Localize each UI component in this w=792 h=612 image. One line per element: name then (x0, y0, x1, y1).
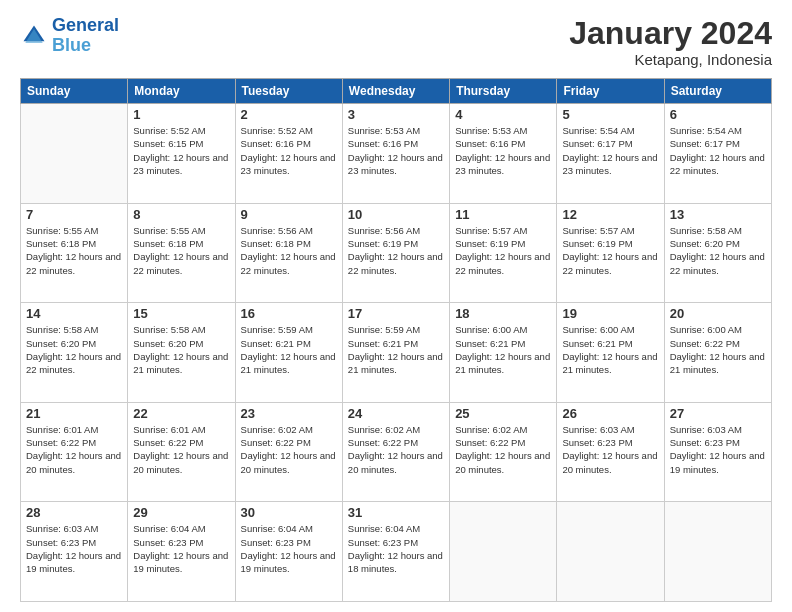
day-info: Sunrise: 6:03 AMSunset: 6:23 PMDaylight:… (26, 522, 122, 575)
day-info: Sunrise: 5:54 AMSunset: 6:17 PMDaylight:… (562, 124, 658, 177)
day-cell: 5Sunrise: 5:54 AMSunset: 6:17 PMDaylight… (557, 104, 664, 204)
day-cell: 1Sunrise: 5:52 AMSunset: 6:15 PMDaylight… (128, 104, 235, 204)
day-info: Sunrise: 6:01 AMSunset: 6:22 PMDaylight:… (133, 423, 229, 476)
day-number: 4 (455, 107, 551, 122)
day-cell: 22Sunrise: 6:01 AMSunset: 6:22 PMDayligh… (128, 402, 235, 502)
day-number: 16 (241, 306, 337, 321)
day-number: 21 (26, 406, 122, 421)
header-tuesday: Tuesday (235, 79, 342, 104)
day-number: 12 (562, 207, 658, 222)
day-number: 23 (241, 406, 337, 421)
day-number: 14 (26, 306, 122, 321)
day-number: 19 (562, 306, 658, 321)
day-number: 3 (348, 107, 444, 122)
day-info: Sunrise: 5:57 AMSunset: 6:19 PMDaylight:… (455, 224, 551, 277)
day-number: 25 (455, 406, 551, 421)
header-saturday: Saturday (664, 79, 771, 104)
day-cell (557, 502, 664, 602)
day-cell: 24Sunrise: 6:02 AMSunset: 6:22 PMDayligh… (342, 402, 449, 502)
page: General Blue January 2024 Ketapang, Indo… (0, 0, 792, 612)
day-info: Sunrise: 6:03 AMSunset: 6:23 PMDaylight:… (670, 423, 766, 476)
day-number: 8 (133, 207, 229, 222)
day-info: Sunrise: 6:00 AMSunset: 6:22 PMDaylight:… (670, 323, 766, 376)
day-number: 9 (241, 207, 337, 222)
day-cell: 8Sunrise: 5:55 AMSunset: 6:18 PMDaylight… (128, 203, 235, 303)
day-cell: 2Sunrise: 5:52 AMSunset: 6:16 PMDaylight… (235, 104, 342, 204)
title-block: January 2024 Ketapang, Indonesia (569, 16, 772, 68)
day-info: Sunrise: 5:52 AMSunset: 6:16 PMDaylight:… (241, 124, 337, 177)
day-cell: 26Sunrise: 6:03 AMSunset: 6:23 PMDayligh… (557, 402, 664, 502)
day-cell: 3Sunrise: 5:53 AMSunset: 6:16 PMDaylight… (342, 104, 449, 204)
day-cell: 7Sunrise: 5:55 AMSunset: 6:18 PMDaylight… (21, 203, 128, 303)
header: General Blue January 2024 Ketapang, Indo… (20, 16, 772, 68)
header-monday: Monday (128, 79, 235, 104)
day-info: Sunrise: 5:53 AMSunset: 6:16 PMDaylight:… (348, 124, 444, 177)
week-row-3: 21Sunrise: 6:01 AMSunset: 6:22 PMDayligh… (21, 402, 772, 502)
day-info: Sunrise: 5:54 AMSunset: 6:17 PMDaylight:… (670, 124, 766, 177)
day-info: Sunrise: 6:02 AMSunset: 6:22 PMDaylight:… (241, 423, 337, 476)
day-cell: 27Sunrise: 6:03 AMSunset: 6:23 PMDayligh… (664, 402, 771, 502)
day-cell: 11Sunrise: 5:57 AMSunset: 6:19 PMDayligh… (450, 203, 557, 303)
logo: General Blue (20, 16, 119, 56)
day-cell: 4Sunrise: 5:53 AMSunset: 6:16 PMDaylight… (450, 104, 557, 204)
day-info: Sunrise: 6:00 AMSunset: 6:21 PMDaylight:… (455, 323, 551, 376)
day-cell (450, 502, 557, 602)
day-cell: 18Sunrise: 6:00 AMSunset: 6:21 PMDayligh… (450, 303, 557, 403)
day-number: 30 (241, 505, 337, 520)
day-cell (21, 104, 128, 204)
day-cell (664, 502, 771, 602)
day-info: Sunrise: 6:04 AMSunset: 6:23 PMDaylight:… (348, 522, 444, 575)
day-number: 17 (348, 306, 444, 321)
header-friday: Friday (557, 79, 664, 104)
day-number: 2 (241, 107, 337, 122)
day-cell: 15Sunrise: 5:58 AMSunset: 6:20 PMDayligh… (128, 303, 235, 403)
day-cell: 10Sunrise: 5:56 AMSunset: 6:19 PMDayligh… (342, 203, 449, 303)
day-number: 10 (348, 207, 444, 222)
day-info: Sunrise: 6:04 AMSunset: 6:23 PMDaylight:… (133, 522, 229, 575)
logo-icon (20, 22, 48, 50)
day-number: 15 (133, 306, 229, 321)
day-number: 13 (670, 207, 766, 222)
day-info: Sunrise: 5:56 AMSunset: 6:19 PMDaylight:… (348, 224, 444, 277)
day-cell: 21Sunrise: 6:01 AMSunset: 6:22 PMDayligh… (21, 402, 128, 502)
day-cell: 25Sunrise: 6:02 AMSunset: 6:22 PMDayligh… (450, 402, 557, 502)
day-info: Sunrise: 5:57 AMSunset: 6:19 PMDaylight:… (562, 224, 658, 277)
day-cell: 20Sunrise: 6:00 AMSunset: 6:22 PMDayligh… (664, 303, 771, 403)
day-cell: 12Sunrise: 5:57 AMSunset: 6:19 PMDayligh… (557, 203, 664, 303)
day-info: Sunrise: 5:59 AMSunset: 6:21 PMDaylight:… (241, 323, 337, 376)
header-sunday: Sunday (21, 79, 128, 104)
header-thursday: Thursday (450, 79, 557, 104)
day-number: 20 (670, 306, 766, 321)
day-info: Sunrise: 6:00 AMSunset: 6:21 PMDaylight:… (562, 323, 658, 376)
location: Ketapang, Indonesia (569, 51, 772, 68)
day-info: Sunrise: 5:58 AMSunset: 6:20 PMDaylight:… (26, 323, 122, 376)
day-number: 22 (133, 406, 229, 421)
day-number: 6 (670, 107, 766, 122)
day-info: Sunrise: 5:55 AMSunset: 6:18 PMDaylight:… (26, 224, 122, 277)
day-cell: 13Sunrise: 5:58 AMSunset: 6:20 PMDayligh… (664, 203, 771, 303)
week-row-4: 28Sunrise: 6:03 AMSunset: 6:23 PMDayligh… (21, 502, 772, 602)
calendar-body: 1Sunrise: 5:52 AMSunset: 6:15 PMDaylight… (21, 104, 772, 602)
day-info: Sunrise: 5:52 AMSunset: 6:15 PMDaylight:… (133, 124, 229, 177)
week-row-1: 7Sunrise: 5:55 AMSunset: 6:18 PMDaylight… (21, 203, 772, 303)
day-info: Sunrise: 6:01 AMSunset: 6:22 PMDaylight:… (26, 423, 122, 476)
week-row-2: 14Sunrise: 5:58 AMSunset: 6:20 PMDayligh… (21, 303, 772, 403)
day-info: Sunrise: 6:02 AMSunset: 6:22 PMDaylight:… (348, 423, 444, 476)
day-info: Sunrise: 5:53 AMSunset: 6:16 PMDaylight:… (455, 124, 551, 177)
day-info: Sunrise: 5:59 AMSunset: 6:21 PMDaylight:… (348, 323, 444, 376)
day-cell: 14Sunrise: 5:58 AMSunset: 6:20 PMDayligh… (21, 303, 128, 403)
weekday-header-row: Sunday Monday Tuesday Wednesday Thursday… (21, 79, 772, 104)
day-cell: 9Sunrise: 5:56 AMSunset: 6:18 PMDaylight… (235, 203, 342, 303)
month-title: January 2024 (569, 16, 772, 51)
day-cell: 31Sunrise: 6:04 AMSunset: 6:23 PMDayligh… (342, 502, 449, 602)
day-info: Sunrise: 6:02 AMSunset: 6:22 PMDaylight:… (455, 423, 551, 476)
day-number: 11 (455, 207, 551, 222)
day-cell: 16Sunrise: 5:59 AMSunset: 6:21 PMDayligh… (235, 303, 342, 403)
calendar-table: Sunday Monday Tuesday Wednesday Thursday… (20, 78, 772, 602)
day-cell: 29Sunrise: 6:04 AMSunset: 6:23 PMDayligh… (128, 502, 235, 602)
day-cell: 6Sunrise: 5:54 AMSunset: 6:17 PMDaylight… (664, 104, 771, 204)
day-number: 1 (133, 107, 229, 122)
day-cell: 17Sunrise: 5:59 AMSunset: 6:21 PMDayligh… (342, 303, 449, 403)
day-cell: 28Sunrise: 6:03 AMSunset: 6:23 PMDayligh… (21, 502, 128, 602)
day-number: 29 (133, 505, 229, 520)
